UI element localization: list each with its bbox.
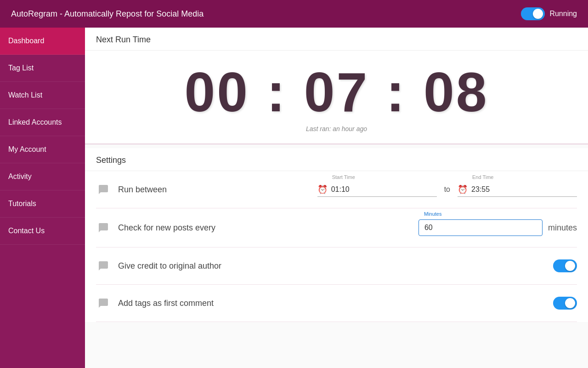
sidebar-item-watch-list[interactable]: Watch List <box>0 82 85 109</box>
give-credit-row: Give credit to original author <box>96 247 577 285</box>
countdown-seconds: 08 <box>424 61 488 123</box>
content-area: Next Run Time 00 : 07 : 08 Last ran: an … <box>85 28 588 368</box>
sidebar-item-activity[interactable]: Activity <box>0 163 85 190</box>
countdown-sep1: : <box>266 61 287 123</box>
start-time-input[interactable] <box>331 185 423 194</box>
sidebar: Dashboard Tag List Watch List Linked Acc… <box>0 28 85 368</box>
add-tags-icon <box>96 296 111 310</box>
check-posts-icon <box>96 220 111 235</box>
check-posts-label: Check for new posts every <box>118 223 411 233</box>
end-time-wrapper: ⏰ <box>458 183 577 197</box>
sidebar-item-contact-us[interactable]: Contact Us <box>0 218 85 245</box>
running-label: Running <box>549 10 577 18</box>
sidebar-item-tag-list[interactable]: Tag List <box>0 55 85 82</box>
settings-card: Settings Run between Start Time <box>85 148 588 322</box>
start-time-wrapper: ⏰ <box>317 183 437 197</box>
app-title: AutoRegram - Automatically Repost for So… <box>11 9 204 19</box>
main-layout: Dashboard Tag List Watch List Linked Acc… <box>0 28 588 368</box>
settings-body: Run between Start Time ⏰ to End Time <box>85 171 588 322</box>
run-between-controls: Start Time ⏰ to End Time ⏰ <box>317 183 577 197</box>
running-area: Running <box>521 7 577 20</box>
minutes-input[interactable] <box>424 224 537 232</box>
add-tags-row: Add tags as first comment <box>96 285 577 322</box>
settings-title: Settings <box>85 148 588 171</box>
run-between-icon <box>96 182 111 197</box>
run-between-row: Run between Start Time ⏰ to End Time <box>96 171 577 208</box>
next-run-title: Next Run Time <box>85 28 588 51</box>
to-label: to <box>444 185 450 194</box>
give-credit-label: Give credit to original author <box>118 261 546 271</box>
sidebar-item-tutorials[interactable]: Tutorials <box>0 190 85 218</box>
next-run-card: Next Run Time 00 : 07 : 08 Last ran: an … <box>85 28 588 144</box>
check-posts-row: Check for new posts every Minutes minute… <box>96 208 577 247</box>
minutes-controls: Minutes minutes <box>418 219 577 236</box>
run-between-label: Run between <box>118 185 310 195</box>
give-credit-icon <box>96 259 111 273</box>
minutes-field-group: Minutes <box>418 219 543 236</box>
start-time-group: Start Time ⏰ <box>317 183 437 197</box>
countdown-area: 00 : 07 : 08 Last ran: an hour ago <box>85 51 588 144</box>
end-clock-icon: ⏰ <box>458 184 468 195</box>
end-time-label: End Time <box>472 174 493 180</box>
sidebar-item-linked-accounts[interactable]: Linked Accounts <box>0 109 85 136</box>
running-toggle[interactable] <box>521 7 545 20</box>
minutes-unit-label: minutes <box>548 223 577 233</box>
countdown-hours: 00 <box>185 61 249 123</box>
minutes-float-label: Minutes <box>424 211 442 217</box>
give-credit-toggle[interactable] <box>553 259 577 272</box>
add-tags-label: Add tags as first comment <box>118 299 546 308</box>
start-time-label: Start Time <box>332 174 355 180</box>
add-tags-toggle[interactable] <box>553 297 577 310</box>
start-clock-icon: ⏰ <box>317 184 328 195</box>
end-time-input[interactable] <box>471 185 563 194</box>
last-ran-text: Last ran: an hour ago <box>306 125 367 132</box>
countdown-display: 00 : 07 : 08 <box>185 64 489 120</box>
countdown-sep2: : <box>386 61 407 123</box>
sidebar-item-dashboard[interactable]: Dashboard <box>0 28 85 55</box>
end-time-group: End Time ⏰ <box>458 183 577 197</box>
minutes-input-wrapper <box>418 219 543 236</box>
sidebar-item-my-account[interactable]: My Account <box>0 136 85 163</box>
topbar: AutoRegram - Automatically Repost for So… <box>0 0 588 28</box>
countdown-minutes: 07 <box>304 61 369 123</box>
